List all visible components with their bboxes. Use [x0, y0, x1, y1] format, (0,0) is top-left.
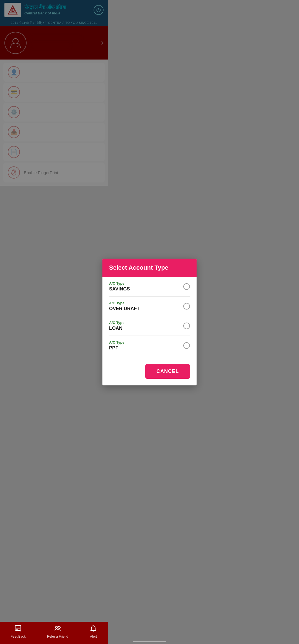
- modal-overlay: Select Account Type A/C Type SAVINGS A/C…: [0, 0, 108, 233]
